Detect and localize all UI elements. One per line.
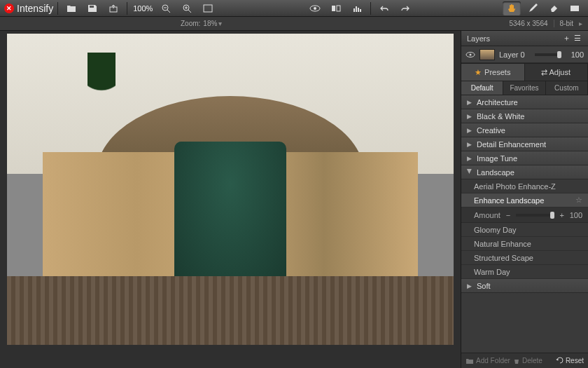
zoom-dropdown-icon[interactable]: ▾ (218, 20, 222, 27)
layer-visibility-icon[interactable] (465, 50, 475, 60)
infobar-chevron-icon[interactable]: ▸ (579, 20, 582, 27)
svg-rect-16 (358, 8, 359, 12)
filter-tab-custom[interactable]: Custom (546, 81, 588, 95)
right-panel: Layers ＋ ☰ Layer 0 100 ★Presets ⇄Adjust … (461, 31, 588, 368)
amount-label: Amount (474, 211, 500, 219)
logo-badge: ✕ (4, 4, 14, 13)
category-image-tune[interactable]: ▶Image Tune (461, 151, 588, 165)
layers-title: Layers (467, 34, 490, 43)
add-layer-button[interactable]: ＋ (560, 33, 573, 43)
svg-rect-17 (360, 9, 361, 12)
category-architecture[interactable]: ▶Architecture (461, 95, 588, 109)
favorite-star-icon[interactable]: ☆ (575, 196, 582, 205)
svg-rect-13 (337, 6, 340, 11)
mode-tabs: ★Presets ⇄Adjust (461, 63, 588, 81)
star-icon: ★ (475, 68, 482, 77)
preset-enhance-landscape[interactable]: Enhance Landscape☆ (461, 193, 588, 207)
chevron-down-icon: ▶ (466, 169, 473, 175)
compare-button[interactable] (327, 1, 345, 15)
layer-row[interactable]: Layer 0 100 (461, 46, 588, 63)
save-button[interactable] (83, 1, 102, 15)
app-logo: ✕ Intensify (4, 3, 53, 14)
zoom-value[interactable]: 18% (203, 20, 217, 27)
category-detail-enhancement[interactable]: ▶Detail Enhancement (461, 137, 588, 151)
svg-line-3 (167, 10, 170, 13)
layer-thumbnail[interactable] (479, 49, 495, 60)
layer-opacity-value: 100 (566, 50, 584, 59)
chevron-right-icon: ▶ (467, 141, 472, 148)
amount-minus-button[interactable]: − (505, 211, 512, 219)
fit-screen-button[interactable] (199, 1, 217, 15)
add-folder-button[interactable]: Add Folder (465, 357, 510, 364)
chevron-right-icon: ▶ (467, 282, 472, 289)
preset-warm-day[interactable]: Warm Day (461, 265, 588, 279)
preset-natural-enhance[interactable]: Natural Enhance (461, 237, 588, 251)
eraser-tool-button[interactable] (545, 1, 563, 15)
info-bar: Zoom: 18% ▾ 5346 x 3564 8-bit ▸ (0, 17, 588, 31)
open-button[interactable] (62, 1, 80, 15)
chevron-right-icon: ▶ (467, 99, 472, 106)
filter-tab-favorites[interactable]: Favorites (503, 81, 545, 95)
image-canvas[interactable] (7, 34, 454, 345)
svg-rect-9 (204, 5, 212, 12)
svg-rect-14 (354, 8, 355, 12)
layer-opacity-slider[interactable] (535, 53, 561, 56)
reset-button[interactable]: Reset (556, 357, 584, 364)
bit-depth: 8-bit (554, 20, 579, 27)
undo-button[interactable] (375, 1, 393, 15)
zoom-out-button[interactable] (157, 1, 175, 15)
preset-structured-scape[interactable]: Structured Scape (461, 251, 588, 265)
category-soft[interactable]: ▶Soft (461, 279, 588, 293)
amount-plus-button[interactable]: + (559, 211, 566, 219)
share-button[interactable] (104, 1, 122, 15)
amount-value: 100 (570, 211, 582, 219)
svg-rect-18 (570, 6, 579, 11)
preview-button[interactable] (306, 1, 324, 15)
layer-name[interactable]: Layer 0 (499, 50, 525, 59)
layers-header: Layers ＋ ☰ (461, 31, 588, 46)
delete-button[interactable]: Delete (513, 357, 542, 364)
app-name: Intensify (17, 3, 53, 14)
histogram-button[interactable] (348, 1, 366, 15)
brush-tool-button[interactable] (524, 1, 542, 15)
gradient-tool-button[interactable] (566, 1, 584, 15)
svg-line-6 (188, 10, 191, 13)
zoom-label: Zoom: (181, 20, 200, 27)
zoom-in-button[interactable] (178, 1, 196, 15)
preset-filter-tabs: Default Favorites Custom (461, 81, 588, 95)
svg-point-20 (470, 53, 472, 55)
hand-tool-button[interactable] (503, 1, 521, 15)
panel-footer: Add Folder Delete Reset (461, 353, 588, 368)
svg-rect-12 (332, 6, 335, 11)
redo-button[interactable] (396, 1, 414, 15)
amount-slider[interactable] (516, 214, 554, 217)
preset-aerial-photo-enhance[interactable]: Aerial Photo Enhance-Z (461, 179, 588, 193)
category-black-white[interactable]: ▶Black & White (461, 109, 588, 123)
filter-tab-default[interactable]: Default (461, 81, 503, 95)
layers-menu-button[interactable]: ☰ (573, 34, 582, 43)
category-landscape[interactable]: ▶Landscape (461, 165, 588, 179)
image-dimensions: 5346 x 3564 (509, 20, 554, 27)
chevron-right-icon: ▶ (467, 113, 472, 120)
svg-rect-15 (356, 6, 357, 12)
preset-amount-row: Amount − + 100 (461, 207, 588, 223)
svg-rect-0 (90, 6, 94, 8)
zoom-percent[interactable]: 100% (132, 4, 154, 13)
top-toolbar: ✕ Intensify 100% (0, 0, 588, 17)
tab-adjust[interactable]: ⇄Adjust (525, 64, 589, 81)
svg-point-11 (314, 7, 316, 10)
tab-presets[interactable]: ★Presets (461, 64, 525, 81)
chevron-right-icon: ▶ (467, 155, 472, 162)
preset-gloomy-day[interactable]: Gloomy Day (461, 223, 588, 237)
sliders-icon: ⇄ (541, 68, 546, 77)
canvas-area[interactable] (0, 31, 461, 368)
category-creative[interactable]: ▶Creative (461, 123, 588, 137)
chevron-right-icon: ▶ (467, 127, 472, 134)
preset-categories: ▶Architecture ▶Black & White ▶Creative ▶… (461, 95, 588, 353)
